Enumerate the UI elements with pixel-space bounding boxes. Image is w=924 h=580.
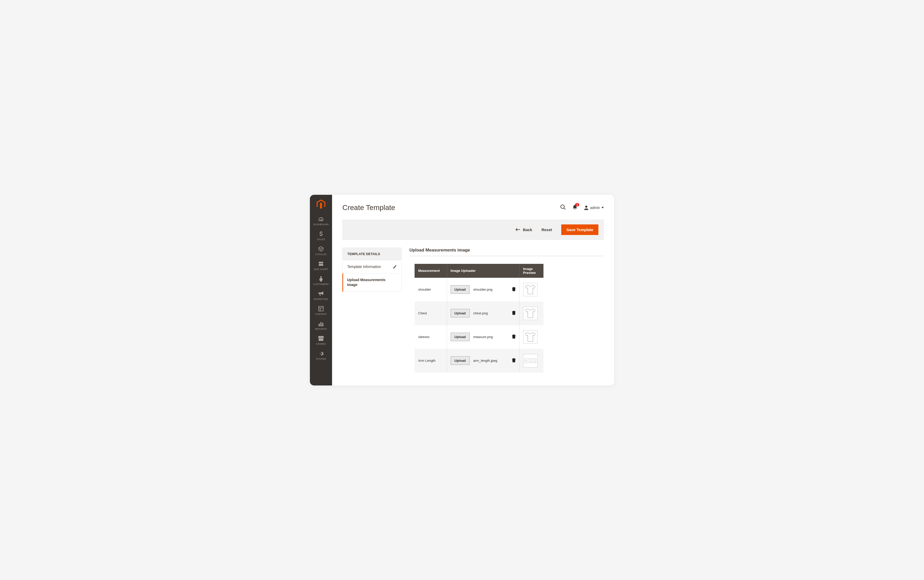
filename: measure.png xyxy=(474,335,508,339)
svg-rect-6 xyxy=(322,323,323,326)
notification-badge: 1 xyxy=(575,203,579,206)
ruler-icon xyxy=(318,261,324,267)
topbar: Create Template 1 admin xyxy=(332,195,614,216)
table-row: shoulderUploadshoulder.png xyxy=(414,278,543,302)
upload-button[interactable]: Upload xyxy=(450,285,470,294)
nav-system[interactable]: SYSTEM xyxy=(310,351,332,360)
image-preview xyxy=(523,354,538,367)
nav-size-chart[interactable]: SIZE CHART xyxy=(310,261,332,270)
delete-button[interactable] xyxy=(512,311,516,316)
svg-rect-7 xyxy=(318,326,323,326)
col-image-uploader: Image Uploader xyxy=(447,264,519,278)
nav-label: MARKETING xyxy=(314,298,328,300)
chevron-down-icon xyxy=(601,207,604,208)
search-icon xyxy=(560,204,566,210)
delete-button[interactable] xyxy=(512,334,516,339)
upload-button[interactable]: Upload xyxy=(450,356,470,365)
save-template-button[interactable]: Save Template xyxy=(561,224,598,235)
back-button[interactable]: Back xyxy=(516,227,532,232)
nav-reports[interactable]: REPORTS xyxy=(310,321,332,330)
filename: arm_length.jpeg xyxy=(474,359,508,362)
upload-button[interactable]: Upload xyxy=(450,333,470,341)
nav-label: SALES xyxy=(317,238,325,241)
nav-sales[interactable]: SALES xyxy=(310,231,332,241)
notifications-button[interactable]: 1 xyxy=(573,204,577,211)
main-content: Upload Measurements image Measurement Im… xyxy=(409,248,604,380)
col-measurement: Measurement xyxy=(414,264,447,278)
trash-icon xyxy=(512,287,516,291)
search-button[interactable] xyxy=(560,204,566,211)
nav-label: CUSTOMERS xyxy=(313,283,329,285)
nav-label: SYSTEM xyxy=(316,358,326,360)
svg-point-13 xyxy=(526,360,527,361)
side-panel: TEMPLATE DETAILS Template Information Up… xyxy=(342,248,402,380)
delete-button[interactable] xyxy=(512,287,516,292)
filename: chest.png xyxy=(474,311,508,315)
page-title: Create Template xyxy=(342,204,395,212)
reset-button[interactable]: Reset xyxy=(541,227,552,232)
bars-icon xyxy=(318,321,323,327)
nav-customers[interactable]: CUSTOMERS xyxy=(310,276,332,285)
cell-uploader: Uploadarm_length.jpeg xyxy=(447,349,519,372)
cell-preview xyxy=(519,349,543,372)
panel-item-upload-measurements[interactable]: Upload Measurements image xyxy=(342,274,402,292)
sidebar: DASHBOARD SALES CATALOG SIZE CHART CUSTO… xyxy=(310,195,332,386)
user-name: admin xyxy=(590,206,600,210)
nav-label: SIZE CHART xyxy=(314,268,328,270)
image-preview xyxy=(523,306,538,320)
content: TEMPLATE DETAILS Template Information Up… xyxy=(332,240,614,386)
nav-stores[interactable]: STORES xyxy=(310,336,332,345)
cell-measurement: Chest xyxy=(414,302,447,325)
nav-label: DASHBOARD xyxy=(313,223,329,226)
nav-label: CONTENT xyxy=(315,313,327,315)
measurements-table: Measurement Image Uploader Image Preview… xyxy=(414,264,543,372)
nav-label: STORES xyxy=(316,343,326,345)
magento-logo[interactable] xyxy=(317,199,325,210)
delete-button[interactable] xyxy=(512,358,516,363)
table-row: ChestUploadchest.png xyxy=(414,302,543,325)
action-bar: Back Reset Save Template xyxy=(342,219,604,240)
top-actions: 1 admin xyxy=(560,204,604,211)
cell-uploader: Uploadshoulder.png xyxy=(447,278,519,302)
image-preview xyxy=(523,283,538,296)
arrow-left-icon xyxy=(516,228,520,231)
nav-dashboard[interactable]: DASHBOARD xyxy=(310,216,332,226)
svg-point-10 xyxy=(585,206,587,208)
nav-marketing[interactable]: MARKETING xyxy=(310,291,332,300)
pencil-icon xyxy=(393,265,397,269)
svg-rect-4 xyxy=(318,324,320,326)
gauge-icon xyxy=(318,216,324,222)
main: Create Template 1 admin Back xyxy=(332,195,614,386)
filename: shoulder.png xyxy=(474,288,508,292)
cell-measurement: sleeves xyxy=(414,325,447,349)
table-row: Arm LengthUploadarm_length.jpeg xyxy=(414,349,543,372)
nav-catalog[interactable]: CATALOG xyxy=(310,246,332,255)
cell-measurement: shoulder xyxy=(414,278,447,302)
cell-preview xyxy=(519,325,543,349)
nav-label: CATALOG xyxy=(315,253,327,255)
col-image-preview: Image Preview xyxy=(519,264,543,278)
panel-item-template-information[interactable]: Template Information xyxy=(342,260,402,274)
svg-line-9 xyxy=(564,208,565,209)
trash-icon xyxy=(512,358,516,362)
person-icon xyxy=(319,276,323,282)
megaphone-icon xyxy=(318,291,324,297)
nav-content[interactable]: CONTENT xyxy=(310,306,332,315)
svg-point-8 xyxy=(561,205,564,208)
user-icon xyxy=(584,205,589,210)
app-window: DASHBOARD SALES CATALOG SIZE CHART CUSTO… xyxy=(310,195,614,386)
svg-point-0 xyxy=(320,276,322,278)
section-title: Upload Measurements image xyxy=(409,248,604,256)
cube-icon xyxy=(318,246,324,252)
back-label: Back xyxy=(523,227,532,232)
gear-icon xyxy=(318,351,323,357)
layout-icon xyxy=(318,306,323,312)
storefront-icon xyxy=(318,336,324,342)
panel-item-label: Upload Measurements image xyxy=(347,277,397,287)
upload-button[interactable]: Upload xyxy=(450,309,470,318)
user-menu[interactable]: admin xyxy=(584,205,604,210)
cell-preview xyxy=(519,278,543,302)
side-panel-header: TEMPLATE DETAILS xyxy=(342,248,402,260)
reset-label: Reset xyxy=(541,227,552,232)
image-preview xyxy=(523,330,538,344)
